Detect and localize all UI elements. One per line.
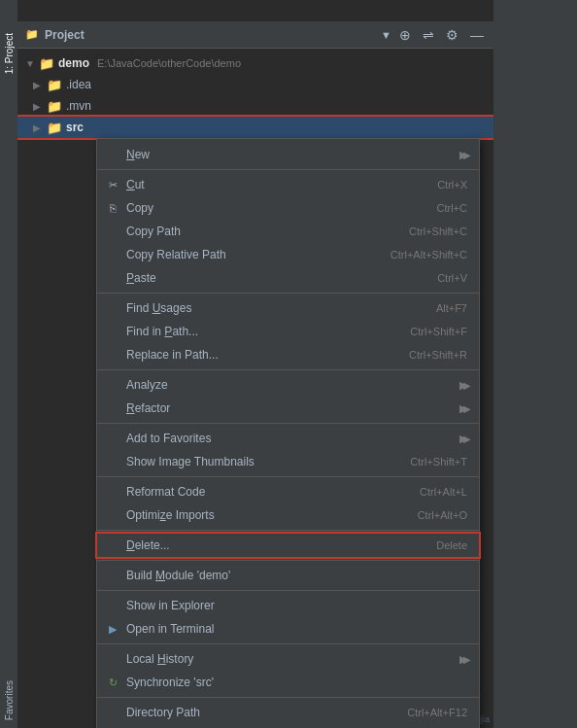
thumbnails-icon	[105, 454, 120, 469]
refactor-icon	[105, 400, 120, 416]
paste-shortcut: Ctrl+V	[437, 272, 467, 284]
menu-item-open-terminal[interactable]: ▶ Open in Terminal	[97, 617, 479, 641]
terminal-icon: ▶	[105, 621, 120, 637]
dir-path-icon	[105, 705, 120, 720]
menu-item-reformat[interactable]: Reformat Code Ctrl+Alt+L	[97, 480, 479, 503]
menu-label-delete: Delete...	[126, 538, 430, 552]
menu-label-optimize: Optimize Imports	[126, 508, 412, 522]
mvn-label: .mvn	[66, 99, 91, 113]
root-path: E:\JavaCode\otherCode\demo	[97, 57, 241, 69]
root-folder-icon: 📁	[39, 56, 54, 71]
menu-item-directory-path[interactable]: Directory Path Ctrl+Alt+F12	[97, 701, 479, 724]
submenu-arrow: ▶	[459, 149, 467, 161]
panel-actions: ⊕ ⇌ ⚙ —	[397, 25, 486, 45]
menu-item-compare-with[interactable]: ⇄ Compare With... Ctrl+D	[97, 724, 479, 728]
dropdown-arrow[interactable]: ▼	[381, 29, 391, 41]
find-path-icon	[105, 324, 120, 339]
divider	[97, 476, 479, 477]
copy-icon: ⎘	[105, 200, 120, 216]
menu-item-new[interactable]: New ▶	[97, 143, 479, 166]
menu-label-synchronize: Synchronize 'src'	[126, 676, 467, 689]
menu-label-refactor: Refactor	[126, 401, 454, 415]
copy-path-shortcut: Ctrl+Shift+C	[409, 225, 467, 237]
optimize-shortcut: Ctrl+Alt+O	[418, 509, 467, 521]
copy-path-icon	[105, 224, 120, 239]
menu-item-build-module[interactable]: Build Module 'demo'	[97, 564, 479, 587]
replace-path-icon	[105, 347, 120, 363]
sidebar-item-favorites[interactable]: Favorites	[2, 676, 17, 724]
menu-item-find-in-path[interactable]: Find in Path... Ctrl+Shift+F	[97, 320, 479, 343]
menu-item-image-thumbnails[interactable]: Show Image Thumbnails Ctrl+Shift+T	[97, 450, 479, 473]
globe-button[interactable]: ⊕	[397, 25, 413, 45]
menu-item-paste[interactable]: Paste Ctrl+V	[97, 266, 479, 290]
divider	[97, 369, 479, 370]
tree-item-mvn[interactable]: ▶ 📁 .mvn	[17, 95, 493, 117]
right-panel	[493, 0, 577, 728]
dir-path-shortcut: Ctrl+Alt+F12	[407, 707, 467, 718]
split-button[interactable]: ⇌	[421, 25, 436, 45]
divider	[97, 530, 479, 531]
menu-item-copy-path[interactable]: Copy Path Ctrl+Shift+C	[97, 220, 479, 243]
gear-button[interactable]: ⚙	[444, 25, 460, 45]
folder-icon: 📁	[25, 28, 39, 41]
cut-shortcut: Ctrl+X	[437, 179, 467, 191]
menu-item-cut[interactable]: ✂ Cut Ctrl+X	[97, 173, 479, 196]
menu-label-image-thumbnails: Show Image Thumbnails	[126, 455, 404, 468]
context-menu: New ▶ ✂ Cut Ctrl+X ⎘ Copy Ctrl+C Copy Pa…	[96, 138, 480, 728]
tree-root[interactable]: ▼ 📁 demo E:\JavaCode\otherCode\demo	[17, 52, 493, 74]
thumbnails-shortcut: Ctrl+Shift+T	[410, 456, 467, 468]
menu-item-local-history[interactable]: Local History ▶	[97, 647, 479, 671]
menu-item-refactor[interactable]: Refactor ▶	[97, 397, 479, 420]
menu-label-analyze: Analyze	[126, 378, 454, 392]
menu-item-add-favorites[interactable]: Add to Favorites ▶	[97, 427, 479, 450]
menu-item-copy-relative[interactable]: Copy Relative Path Ctrl+Alt+Shift+C	[97, 243, 479, 266]
menu-item-copy[interactable]: ⎘ Copy Ctrl+C	[97, 196, 479, 220]
find-usages-icon	[105, 300, 120, 316]
sidebar-item-project[interactable]: 1: Project	[2, 29, 17, 78]
submenu-arrow: ▶	[459, 379, 467, 392]
menu-item-optimize-imports[interactable]: Optimize Imports Ctrl+Alt+O	[97, 503, 479, 527]
divider	[97, 169, 479, 170]
menu-label-add-favorites: Add to Favorites	[126, 432, 454, 445]
menu-label-replace-in-path: Replace in Path...	[126, 348, 403, 362]
tree-item-idea[interactable]: ▶ 📁 .idea	[17, 74, 493, 95]
menu-label-build-module: Build Module 'demo'	[126, 569, 467, 582]
root-label: demo	[58, 56, 89, 70]
reformat-shortcut: Ctrl+Alt+L	[420, 486, 467, 498]
local-history-icon	[105, 651, 120, 667]
menu-label-cut: Cut	[126, 178, 431, 191]
analyze-icon	[105, 377, 120, 393]
build-icon	[105, 568, 120, 583]
idea-label: .idea	[66, 78, 91, 91]
divider	[97, 560, 479, 561]
menu-label-copy-relative: Copy Relative Path	[126, 248, 385, 261]
menu-item-show-explorer[interactable]: Show in Explorer	[97, 594, 479, 617]
menu-label-reformat: Reformat Code	[126, 485, 414, 499]
submenu-arrow: ▶	[459, 402, 467, 415]
reformat-icon	[105, 484, 120, 500]
folder-icon-src: 📁	[47, 121, 62, 135]
menu-label-open-terminal: Open in Terminal	[126, 622, 467, 636]
replace-path-shortcut: Ctrl+Shift+R	[409, 349, 467, 361]
copy-rel-icon	[105, 247, 120, 262]
menu-label-find-usages: Find Usages	[126, 301, 430, 315]
menu-label-new: New	[126, 148, 454, 161]
divider	[97, 293, 479, 294]
divider	[97, 697, 479, 698]
menu-item-replace-in-path[interactable]: Replace in Path... Ctrl+Shift+R	[97, 343, 479, 366]
explorer-icon	[105, 598, 120, 613]
menu-item-delete[interactable]: Delete... Delete	[97, 534, 479, 557]
sync-icon: ↻	[105, 675, 120, 690]
tree-item-src[interactable]: ▶ 📁 src	[17, 117, 493, 138]
delete-icon	[105, 537, 120, 553]
menu-label-find-in-path: Find in Path...	[126, 325, 404, 338]
minimize-button[interactable]: —	[468, 25, 486, 45]
file-tree: ▼ 📁 demo E:\JavaCode\otherCode\demo ▶ 📁 …	[17, 49, 493, 142]
find-usages-shortcut: Alt+F7	[436, 302, 467, 314]
menu-label-show-explorer: Show in Explorer	[126, 599, 467, 612]
menu-item-analyze[interactable]: Analyze ▶	[97, 373, 479, 397]
menu-label-copy-path: Copy Path	[126, 225, 403, 238]
menu-item-synchronize[interactable]: ↻ Synchronize 'src'	[97, 671, 479, 694]
submenu-arrow: ▶	[459, 433, 467, 445]
menu-item-find-usages[interactable]: Find Usages Alt+F7	[97, 296, 479, 320]
